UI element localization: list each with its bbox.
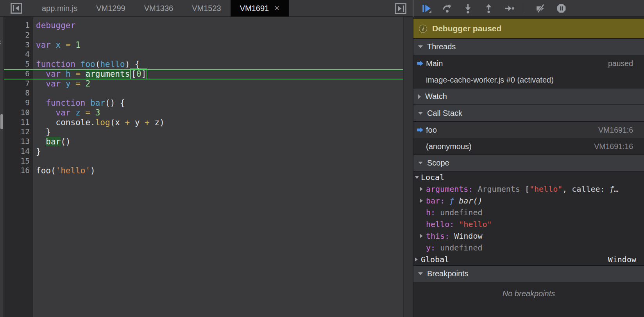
editor-tab-bar: app.min.jsVM1299VM1336VM1523VM1691× [0, 0, 413, 17]
line-number[interactable]: 7 [4, 79, 30, 89]
scope-row-Global[interactable]: GlobalWindow [413, 254, 644, 265]
tab-close-icon[interactable]: × [274, 4, 279, 13]
code-line[interactable]: var z = 3 [36, 108, 403, 118]
deactivate-breakpoints-icon[interactable] [535, 3, 546, 14]
scope-value: ƒ bar() [449, 196, 482, 205]
tab-label: VM1299 [96, 4, 125, 13]
scope-tree: Localarguments: Arguments ["hello", call… [413, 171, 644, 265]
code-line[interactable]: console.log(x + y + z) [36, 118, 403, 128]
code-line[interactable] [36, 50, 403, 59]
code-line[interactable] [36, 88, 403, 98]
collapse-triangle-icon [418, 162, 423, 164]
code-area[interactable]: debuggervar x = 1function foo(hello) { v… [33, 17, 403, 317]
section-header-call-stack[interactable]: Call Stack [413, 105, 644, 122]
resume-script-execution-icon[interactable] [421, 3, 432, 14]
tab-label: app.min.js [42, 4, 77, 13]
collapse-triangle-icon [418, 45, 423, 48]
line-number[interactable]: 13 [4, 137, 30, 147]
code-line[interactable]: } [36, 147, 403, 157]
step-out-icon[interactable] [483, 3, 494, 14]
code-line[interactable]: function bar() { [36, 98, 403, 108]
thread-row-main[interactable]: Main paused [413, 55, 644, 72]
line-number[interactable]: 1 [4, 21, 30, 31]
line-number[interactable]: 5 [4, 59, 30, 69]
strip-scrollbar-thumb[interactable] [0, 114, 3, 129]
code-line[interactable] [36, 31, 403, 40]
line-number[interactable]: 9 [4, 98, 30, 108]
show-debugger-sidebar-icon[interactable] [395, 3, 406, 14]
expand-triangle-icon [418, 94, 421, 99]
line-number-gutter[interactable]: 12345678910111213141516 [4, 17, 33, 317]
line-number[interactable]: 16 [4, 166, 30, 176]
line-number[interactable]: 3 [4, 40, 30, 50]
section-header-threads[interactable]: Threads [413, 38, 644, 55]
step-over-icon[interactable] [442, 3, 453, 14]
pause-on-exceptions-icon[interactable] [556, 3, 567, 14]
step-icon[interactable] [504, 3, 515, 14]
scope-right-value: Window [608, 255, 636, 264]
section-header-breakpoints[interactable]: Breakpoints [413, 265, 644, 282]
frame-location: VM1691:16 [594, 142, 633, 151]
thread-row-worker[interactable]: image-cache-worker.js #0 (activated) [413, 72, 644, 88]
tab-VM1523[interactable]: VM1523 [182, 0, 231, 16]
line-number[interactable]: 15 [4, 157, 30, 166]
no-breakpoints-message: No breakpoints [413, 282, 644, 317]
editor-scrollbar-lane[interactable] [403, 17, 413, 317]
step-into-icon[interactable] [463, 3, 473, 14]
code-line[interactable] [36, 157, 403, 166]
scope-row-y[interactable]: y: undefined [413, 242, 644, 254]
debugger-sidebar: i Debugger paused Threads Main paused im… [413, 0, 644, 317]
line-number[interactable]: 12 [4, 127, 30, 137]
line-number[interactable]: 10 [4, 108, 30, 118]
editor-pane: app.min.jsVM1299VM1336VM1523VM1691× c 12… [0, 0, 413, 317]
scope-value: "hello" [459, 220, 492, 229]
hide-navigator-icon[interactable] [11, 3, 22, 14]
line-number[interactable]: 4 [4, 50, 30, 59]
scope-name: hello: [426, 220, 459, 229]
thread-name: image-cache-worker.js #0 (activated) [426, 76, 554, 85]
expand-triangle-icon[interactable] [415, 258, 418, 261]
code-line[interactable]: foo('hello') [36, 166, 403, 176]
code-line[interactable]: var x = 1 [36, 40, 403, 50]
section-header-scope[interactable]: Scope [413, 155, 644, 171]
call-stack-frame-anonymous[interactable]: (anonymous) VM1691:16 [413, 138, 644, 155]
tab-VM1336[interactable]: VM1336 [135, 0, 183, 16]
call-stack-frame-foo[interactable]: foo VM1691:6 [413, 122, 644, 138]
code-line[interactable]: var h = arguments[0] [36, 69, 403, 79]
scope-row-Local[interactable]: Local [413, 171, 644, 183]
tab-VM1299[interactable]: VM1299 [87, 0, 135, 16]
expand-triangle-icon[interactable] [420, 199, 423, 203]
thread-name: Main [426, 59, 443, 68]
scope-row-h[interactable]: h: undefined [413, 207, 644, 218]
current-thread-arrow-icon [417, 61, 423, 66]
tab-VM1691[interactable]: VM1691× [231, 0, 289, 16]
code-line[interactable]: debugger [36, 21, 403, 31]
section-header-watch[interactable]: Watch [413, 88, 644, 105]
line-number[interactable]: 14 [4, 147, 30, 157]
line-number[interactable]: 2 [4, 31, 30, 40]
scope-row-this[interactable]: this: Window [413, 230, 644, 242]
expand-triangle-icon[interactable] [420, 187, 423, 191]
current-frame-arrow-icon [417, 128, 423, 133]
scope-name: bar: [426, 196, 449, 205]
line-number[interactable]: 11 [4, 118, 30, 128]
expand-triangle-icon[interactable] [420, 234, 423, 238]
code-line[interactable]: } [36, 127, 403, 137]
tab-app.min.js[interactable]: app.min.js [32, 0, 87, 16]
code-line[interactable]: function foo(hello) { [36, 59, 403, 69]
scope-row-bar[interactable]: bar: ƒ bar() [413, 195, 644, 207]
scope-row-arguments[interactable]: arguments: Arguments ["hello", callee: ƒ… [413, 183, 644, 195]
toolbar-separator [525, 3, 525, 13]
scope-name: arguments: [426, 184, 478, 194]
line-number[interactable]: 6 [4, 69, 30, 79]
code-line[interactable]: bar() [36, 137, 403, 147]
scope-name: Local [421, 173, 444, 182]
scope-row-hello[interactable]: hello: "hello" [413, 218, 644, 230]
scope-name: y: [426, 243, 440, 252]
scope-value: Arguments ["hello", callee: ƒ… [478, 184, 619, 194]
code-line[interactable]: var y = 2 [36, 79, 403, 89]
collapse-triangle-icon [418, 272, 423, 275]
tab-label: VM1523 [192, 4, 221, 13]
collapse-triangle-icon[interactable] [415, 176, 419, 179]
line-number[interactable]: 8 [4, 88, 30, 98]
